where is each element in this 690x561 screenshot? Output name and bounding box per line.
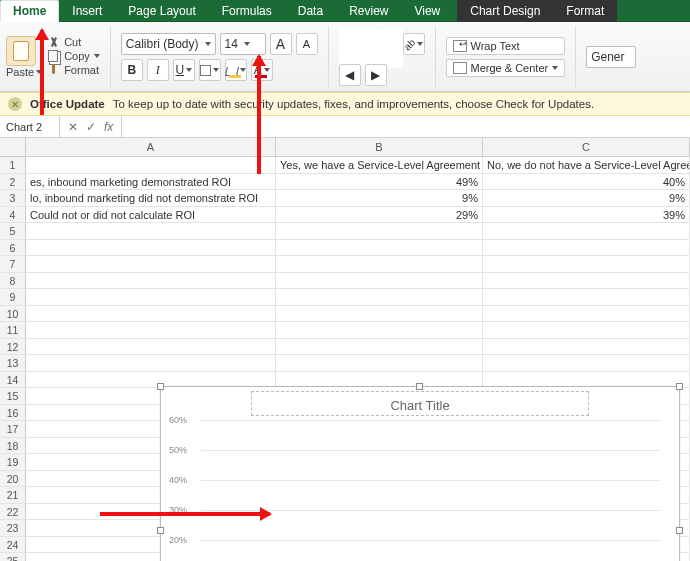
resize-handle[interactable]: [157, 383, 164, 390]
worksheet[interactable]: A B C 1Yes, we have a Service-Level Agre…: [0, 138, 690, 561]
select-all-corner[interactable]: [0, 138, 26, 156]
resize-handle[interactable]: [157, 527, 164, 534]
row-header[interactable]: 2: [0, 174, 26, 191]
font-size-combo[interactable]: 14: [220, 33, 266, 55]
chart-object[interactable]: Chart Title 49%40%Yes, inbound marketing…: [160, 386, 680, 561]
cell[interactable]: [26, 339, 276, 356]
font-name-combo[interactable]: Calibri (Body): [121, 33, 216, 55]
copy-button[interactable]: Copy: [48, 50, 100, 62]
row-header[interactable]: 19: [0, 454, 26, 471]
row-header[interactable]: 21: [0, 487, 26, 504]
cell[interactable]: [276, 355, 483, 372]
border-button[interactable]: [199, 59, 221, 81]
row-header[interactable]: 3: [0, 190, 26, 207]
cell[interactable]: Yes, we have a Service-Level Agreement: [276, 157, 483, 174]
row-header[interactable]: 9: [0, 289, 26, 306]
cell[interactable]: 49%: [276, 174, 483, 191]
row-header[interactable]: 8: [0, 273, 26, 290]
formula-input[interactable]: [122, 116, 690, 137]
tab-view[interactable]: View: [401, 0, 453, 22]
tab-insert[interactable]: Insert: [59, 0, 115, 22]
cell[interactable]: [483, 273, 690, 290]
row-header[interactable]: 16: [0, 405, 26, 422]
paste-icon[interactable]: [6, 36, 36, 66]
paste-button[interactable]: Paste: [6, 66, 34, 78]
row-header[interactable]: 25: [0, 553, 26, 561]
col-header-c[interactable]: C: [483, 138, 690, 156]
decrease-indent-button[interactable]: ◀: [339, 64, 361, 86]
row-header[interactable]: 18: [0, 438, 26, 455]
increase-font-button[interactable]: A: [270, 33, 292, 55]
row-header[interactable]: 14: [0, 372, 26, 389]
close-message-button[interactable]: ✕: [8, 97, 22, 111]
tab-review[interactable]: Review: [336, 0, 401, 22]
bold-button[interactable]: B: [121, 59, 143, 81]
fx-icon[interactable]: fx: [104, 120, 113, 134]
cell[interactable]: [483, 355, 690, 372]
plot-area[interactable]: 49%40%Yes, inbound marketing demonstrate…: [201, 420, 661, 561]
cell[interactable]: [26, 306, 276, 323]
cell[interactable]: No, we do not have a Service-Level Agree…: [483, 157, 690, 174]
row-header[interactable]: 15: [0, 388, 26, 405]
tab-page-layout[interactable]: Page Layout: [115, 0, 208, 22]
number-format-combo[interactable]: Gener: [586, 46, 636, 68]
tab-chart-design[interactable]: Chart Design: [457, 0, 553, 22]
row-header[interactable]: 6: [0, 240, 26, 257]
col-header-a[interactable]: A: [26, 138, 276, 156]
cell[interactable]: [483, 289, 690, 306]
cell[interactable]: 29%: [276, 207, 483, 224]
row-header[interactable]: 23: [0, 520, 26, 537]
tab-formulas[interactable]: Formulas: [209, 0, 285, 22]
resize-handle[interactable]: [416, 383, 423, 390]
row-header[interactable]: 20: [0, 471, 26, 488]
cell[interactable]: [483, 306, 690, 323]
cell[interactable]: [483, 223, 690, 240]
merge-center-button[interactable]: Merge & Center: [446, 59, 566, 77]
underline-button[interactable]: U: [173, 59, 195, 81]
wrap-text-button[interactable]: Wrap Text: [446, 37, 566, 55]
cell[interactable]: [276, 240, 483, 257]
row-header[interactable]: 17: [0, 421, 26, 438]
cell[interactable]: 40%: [483, 174, 690, 191]
cell[interactable]: lo, inbound marketing did not demonstrat…: [26, 190, 276, 207]
row-header[interactable]: 24: [0, 537, 26, 554]
italic-button[interactable]: I: [147, 59, 169, 81]
tab-format[interactable]: Format: [553, 0, 617, 22]
orientation-button[interactable]: ab: [403, 33, 425, 55]
cell[interactable]: [276, 322, 483, 339]
tab-home[interactable]: Home: [0, 0, 59, 22]
row-header[interactable]: 10: [0, 306, 26, 323]
cell[interactable]: [26, 157, 276, 174]
resize-handle[interactable]: [676, 527, 683, 534]
cell[interactable]: [276, 339, 483, 356]
cell[interactable]: [276, 223, 483, 240]
cell[interactable]: [26, 240, 276, 257]
row-header[interactable]: 12: [0, 339, 26, 356]
cell[interactable]: [26, 273, 276, 290]
cell[interactable]: [276, 306, 483, 323]
row-header[interactable]: 11: [0, 322, 26, 339]
cell[interactable]: [483, 339, 690, 356]
fill-color-button[interactable]: [225, 59, 247, 81]
col-header-b[interactable]: B: [276, 138, 483, 156]
tab-data[interactable]: Data: [285, 0, 336, 22]
name-box[interactable]: Chart 2: [0, 116, 60, 137]
copy-dropdown-icon[interactable]: [94, 54, 100, 58]
cell[interactable]: [276, 289, 483, 306]
cell[interactable]: [483, 256, 690, 273]
chart-title[interactable]: Chart Title: [251, 391, 589, 416]
cell[interactable]: [483, 322, 690, 339]
cell[interactable]: Could not or did not calculate ROI: [26, 207, 276, 224]
cell[interactable]: [26, 355, 276, 372]
resize-handle[interactable]: [676, 383, 683, 390]
row-header[interactable]: 13: [0, 355, 26, 372]
cell[interactable]: [276, 256, 483, 273]
row-header[interactable]: 5: [0, 223, 26, 240]
cell[interactable]: [26, 322, 276, 339]
cell[interactable]: [26, 256, 276, 273]
row-header[interactable]: 1: [0, 157, 26, 174]
increase-indent-button[interactable]: ▶: [365, 64, 387, 86]
cell[interactable]: es, inbound marketing demonstrated ROI: [26, 174, 276, 191]
accept-entry-icon[interactable]: ✓: [86, 120, 96, 134]
cell[interactable]: 39%: [483, 207, 690, 224]
